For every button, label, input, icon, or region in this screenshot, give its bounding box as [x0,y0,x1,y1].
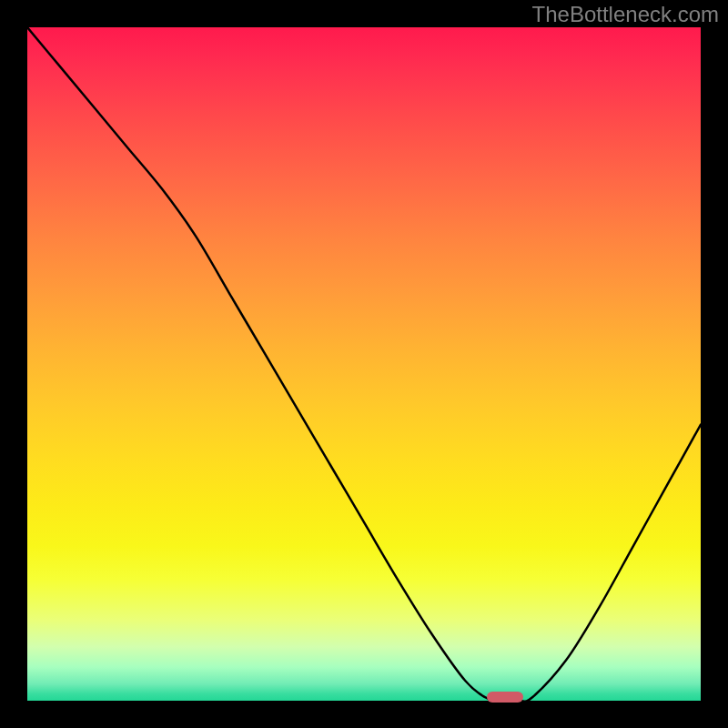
chart-plot-area [27,27,701,701]
bottleneck-curve [27,27,701,701]
watermark: TheBottleneck.com [532,2,719,27]
chart-curve-svg [27,27,701,701]
optimal-marker [487,692,523,703]
